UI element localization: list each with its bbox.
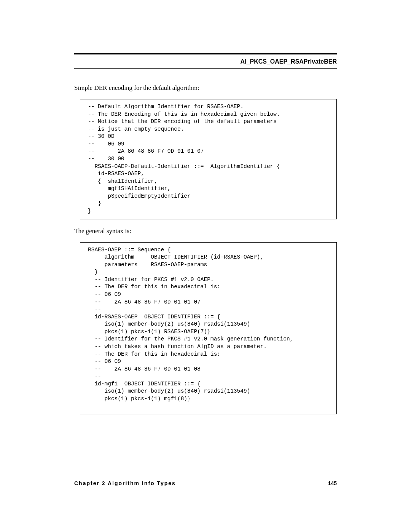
intro-text-1: Simple DER encoding for the default algo… (74, 84, 337, 92)
code-block-2: RSAES-OAEP ::= Sequence { algorithm OBJE… (80, 242, 337, 414)
intro-text-2: The general syntax is: (74, 227, 337, 235)
page-number: 145 (328, 480, 337, 486)
chapter-label: Chapter 2 Algorithm Info Types (74, 480, 176, 486)
code-block-1: -- Default Algorithm Identifier for RSAE… (80, 99, 337, 219)
page-content: AI_PKCS_OAEP_RSAPrivateBER Simple DER en… (0, 0, 411, 460)
top-rule (74, 53, 337, 54)
page-footer: Chapter 2 Algorithm Info Types 145 (74, 477, 337, 486)
section-header: AI_PKCS_OAEP_RSAPrivateBER (74, 58, 337, 69)
